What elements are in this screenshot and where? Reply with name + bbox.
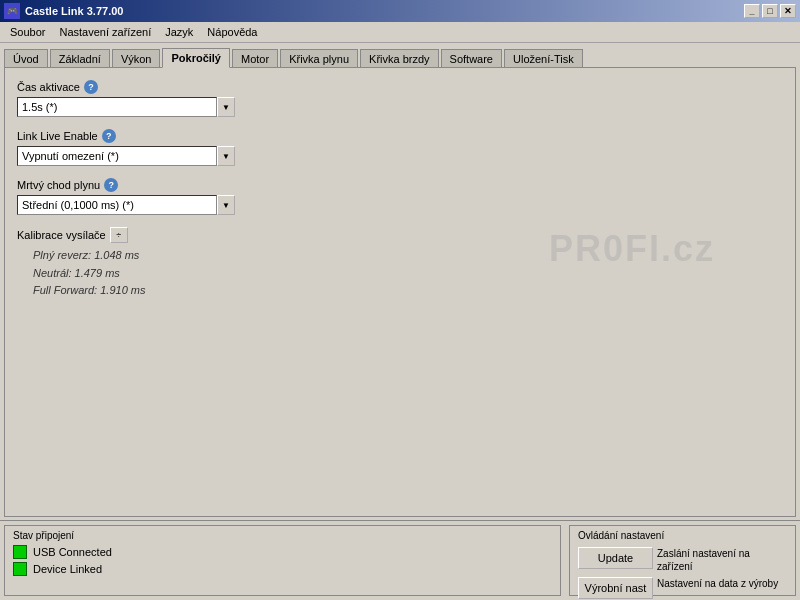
device-led xyxy=(13,562,27,576)
status-left-title: Stav připojení xyxy=(13,530,552,541)
mrtvy-chod-label: Mrtvý chod plynu ? xyxy=(17,178,783,192)
menu-bar: Soubor Nastavení zařízení Jazyk Nápověda xyxy=(0,22,800,43)
title-bar-left: 🎮 Castle Link 3.77.00 xyxy=(4,3,123,19)
device-status-item: Device Linked xyxy=(13,562,552,576)
link-live-group: Link Live Enable ? Vypnutí omezení (*) ▼ xyxy=(17,129,783,166)
link-live-label: Link Live Enable ? xyxy=(17,129,783,143)
mrtvy-chod-select: Střední (0,1000 ms) (*) ▼ xyxy=(17,195,783,215)
link-live-select: Vypnutí omezení (*) ▼ xyxy=(17,146,783,166)
menu-napoveda[interactable]: Nápověda xyxy=(201,24,263,40)
cas-aktivace-help-icon[interactable]: ? xyxy=(84,80,98,94)
tab-motor[interactable]: Motor xyxy=(232,49,278,68)
menu-nastaveni[interactable]: Nastavení zařízení xyxy=(53,24,157,40)
mrtvy-chod-dropdown-arrow[interactable]: ▼ xyxy=(217,195,235,215)
tab-zakladni[interactable]: Základní xyxy=(50,49,110,68)
tab-pokrocily[interactable]: Pokročilý xyxy=(162,48,230,68)
main-content: Úvod Základní Výkon Pokročilý Motor Křiv… xyxy=(0,43,800,521)
maximize-button[interactable]: □ xyxy=(762,4,778,18)
kalibrace-neutral: Neutrál: 1.479 ms xyxy=(33,265,783,283)
menu-soubor[interactable]: Soubor xyxy=(4,24,51,40)
kalibrace-button[interactable]: ÷ xyxy=(110,227,128,243)
link-live-help-icon[interactable]: ? xyxy=(102,129,116,143)
tab-uvod[interactable]: Úvod xyxy=(4,49,48,68)
kalibrace-full-forward: Full Forward: 1.910 ms xyxy=(33,282,783,300)
tab-vykon[interactable]: Výkon xyxy=(112,49,161,68)
cas-aktivace-value[interactable]: 1.5s (*) xyxy=(17,97,217,117)
kalibrace-plny-reverz: Plný reverz: 1.048 ms xyxy=(33,247,783,265)
kalibrace-title: Kalibrace vysílače xyxy=(17,229,106,241)
usb-label: USB Connected xyxy=(33,546,112,558)
mrtvy-chod-help-icon[interactable]: ? xyxy=(104,178,118,192)
factory-button[interactable]: Výrobní nast xyxy=(578,577,653,599)
status-right-title: Ovládání nastavení xyxy=(578,530,787,541)
cas-aktivace-select: 1.5s (*) ▼ xyxy=(17,97,783,117)
link-live-text: Link Live Enable xyxy=(17,130,98,142)
window-controls: _ □ ✕ xyxy=(744,4,796,18)
status-left-panel: Stav připojení USB Connected Device Link… xyxy=(4,525,561,596)
cas-aktivace-group: Čas aktivace ? 1.5s (*) ▼ xyxy=(17,80,783,117)
device-label: Device Linked xyxy=(33,563,102,575)
title-bar: 🎮 Castle Link 3.77.00 _ □ ✕ xyxy=(0,0,800,22)
kalibrace-header: Kalibrace vysílače ÷ xyxy=(17,227,783,243)
tab-software[interactable]: Software xyxy=(441,49,502,68)
mrtvy-chod-value[interactable]: Střední (0,1000 ms) (*) xyxy=(17,195,217,215)
tab-bar: Úvod Základní Výkon Pokročilý Motor Křiv… xyxy=(4,47,796,67)
cas-aktivace-label: Čas aktivace ? xyxy=(17,80,783,94)
factory-description: Nastavení na data z výroby xyxy=(657,577,778,599)
link-live-value[interactable]: Vypnutí omezení (*) xyxy=(17,146,217,166)
window-title: Castle Link 3.77.00 xyxy=(25,5,123,17)
status-bar: Stav připojení USB Connected Device Link… xyxy=(0,520,800,600)
usb-led xyxy=(13,545,27,559)
kalibrace-values: Plný reverz: 1.048 ms Neutrál: 1.479 ms … xyxy=(17,247,783,300)
tab-panel: Čas aktivace ? 1.5s (*) ▼ Link Live Enab… xyxy=(4,67,796,517)
cas-aktivace-text: Čas aktivace xyxy=(17,81,80,93)
tab-krivka-plynu[interactable]: Křivka plynu xyxy=(280,49,358,68)
cas-aktivace-dropdown-arrow[interactable]: ▼ xyxy=(217,97,235,117)
mrtvy-chod-group: Mrtvý chod plynu ? Střední (0,1000 ms) (… xyxy=(17,178,783,215)
update-button[interactable]: Update xyxy=(578,547,653,569)
usb-status-item: USB Connected xyxy=(13,545,552,559)
link-live-dropdown-arrow[interactable]: ▼ xyxy=(217,146,235,166)
close-button[interactable]: ✕ xyxy=(780,4,796,18)
mrtvy-chod-text: Mrtvý chod plynu xyxy=(17,179,100,191)
factory-row: Výrobní nast Nastavení na data z výroby xyxy=(578,577,787,599)
tab-krivka-brzdy[interactable]: Křivka brzdy xyxy=(360,49,439,68)
menu-jazyk[interactable]: Jazyk xyxy=(159,24,199,40)
minimize-button[interactable]: _ xyxy=(744,4,760,18)
update-row: Update Zaslání nastavení na zařízení xyxy=(578,547,787,573)
update-description: Zaslání nastavení na zařízení xyxy=(657,547,787,573)
status-right-panel: Ovládání nastavení Update Zaslání nastav… xyxy=(569,525,796,596)
tab-ulozeni-tisk[interactable]: Uložení-Tisk xyxy=(504,49,583,68)
kalibrace-section: Kalibrace vysílače ÷ Plný reverz: 1.048 … xyxy=(17,227,783,300)
app-icon: 🎮 xyxy=(4,3,20,19)
